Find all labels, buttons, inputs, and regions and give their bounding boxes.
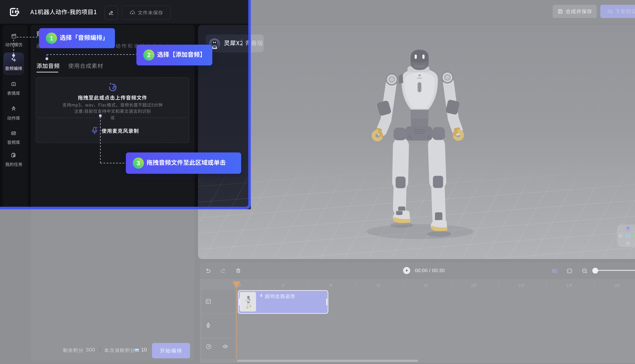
svg-text:Y: Y: [627, 234, 629, 237]
svg-text:Z: Z: [627, 227, 629, 230]
